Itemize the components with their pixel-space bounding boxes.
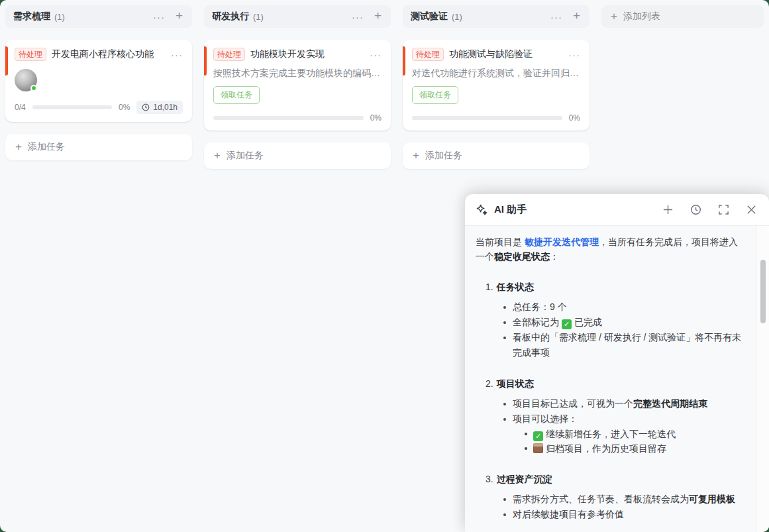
subtask-count: 0/4	[15, 103, 26, 112]
ai-sparkle-icon	[476, 203, 488, 216]
section-heading: 过程资产沉淀	[497, 472, 552, 486]
package-emoji	[533, 443, 543, 453]
bullet-item: 全部标记为✓已完成	[503, 315, 743, 330]
bullet-item: 需求拆分方式、任务节奏、看板流转会成为可复用模板	[503, 492, 743, 507]
column-count: (1)	[452, 12, 462, 22]
column-header: 测试验证 (1) ··· +	[403, 5, 590, 28]
plus-icon: +	[15, 140, 22, 154]
plus-icon: +	[611, 10, 617, 23]
scrollbar-thumb[interactable]	[760, 260, 766, 323]
history-icon[interactable]	[690, 204, 701, 215]
column-count: (1)	[253, 12, 264, 22]
section-task-status: 1. 任务状态 总任务：9 个 全部标记为✓已完成 看板中的「需求梳理 / 研发…	[476, 280, 743, 360]
progress-percent: 0%	[370, 113, 382, 123]
column-testing: 测试验证 (1) ··· + 待处理 功能测试与缺陷验证 ··· 对迭代功能进行…	[403, 5, 590, 169]
task-card[interactable]: 待处理 功能模块开发实现 ··· 按照技术方案完成主要功能模块的编码… 领取任务…	[204, 40, 391, 131]
column-title: 测试验证	[411, 11, 448, 23]
card-description: 按照技术方案完成主要功能模块的编码…	[213, 68, 382, 80]
close-icon[interactable]	[746, 204, 757, 215]
plus-icon: +	[413, 149, 419, 162]
card-accent-bar	[204, 46, 207, 76]
add-task-button[interactable]: + 添加任务	[5, 134, 192, 160]
bullet-item: 项目可以选择： ✓继续新增任务，进入下一轮迭代 归档项目，作为历史项目留存	[503, 411, 743, 456]
progress-percent: 0%	[569, 113, 580, 123]
add-list-label: 添加列表	[623, 11, 660, 23]
assignee-row	[15, 69, 183, 91]
section-number: 1.	[486, 280, 493, 294]
card-more-icon[interactable]: ···	[563, 49, 580, 60]
card-more-icon[interactable]: ···	[364, 49, 382, 60]
status-badge: 待处理	[213, 48, 245, 61]
section-number: 3.	[486, 472, 493, 486]
card-title: 功能模块开发实现	[250, 48, 364, 60]
add-task-button[interactable]: + 添加任务	[204, 142, 391, 169]
new-chat-icon[interactable]	[662, 204, 674, 215]
add-task-label: 添加任务	[425, 150, 462, 162]
section-number: 2.	[486, 376, 493, 391]
card-accent-bar	[403, 46, 405, 76]
card-title: 开发电商小程序核心功能	[52, 48, 166, 60]
ai-assistant-panel: AI 助手 当前项目是 敏捷开发迭代管理，当所有任务完成后，项目将进入一个稳定收…	[465, 194, 769, 532]
clock-icon	[142, 103, 150, 111]
column-title: 研发执行	[212, 11, 249, 23]
column-requirements: 需求梳理 (1) ··· + 待处理 开发电商小程序核心功能 ··· 0/4 0…	[5, 5, 192, 160]
column-more-icon[interactable]: ···	[546, 11, 566, 23]
duration-pill: 1d,01h	[136, 101, 183, 114]
intro-bold: 稳定收尾状态	[494, 251, 550, 262]
column-more-icon[interactable]: ···	[149, 11, 169, 23]
card-accent-bar	[5, 46, 8, 76]
add-task-label: 添加任务	[227, 150, 264, 162]
card-more-icon[interactable]: ···	[166, 49, 183, 60]
intro-text: 当前项目是	[476, 237, 525, 247]
status-badge: 待处理	[412, 48, 444, 61]
check-emoji: ✓	[533, 431, 543, 441]
add-task-label: 添加任务	[28, 141, 65, 153]
section-project-status: 2. 项目状态 项目目标已达成，可视为一个完整迭代周期结束 项目可以选择： ✓继…	[476, 376, 743, 456]
add-list-button[interactable]: + 添加列表	[601, 5, 764, 28]
add-task-button[interactable]: + 添加任务	[403, 142, 590, 169]
bullet-item: 对后续敏捷项目有参考价值	[503, 507, 743, 522]
status-badge: 待处理	[15, 48, 46, 61]
column-header: 研发执行 (1) ··· +	[204, 5, 391, 28]
sub-bullet-item: ✓继续新增任务，进入下一轮迭代	[525, 427, 743, 441]
task-card[interactable]: 待处理 开发电商小程序核心功能 ··· 0/4 0% 1d,01h	[5, 40, 192, 122]
progress-bar	[32, 105, 112, 109]
scrollbar-track[interactable]	[756, 226, 769, 532]
column-add-icon[interactable]: +	[566, 9, 582, 25]
online-status-dot	[30, 85, 37, 91]
progress-percent: 0%	[119, 103, 130, 112]
column-header: 需求梳理 (1) ··· +	[5, 5, 192, 28]
column-title: 需求梳理	[13, 11, 50, 23]
column-add-icon[interactable]: +	[169, 9, 184, 25]
ai-intro-paragraph: 当前项目是 敏捷开发迭代管理，当所有任务完成后，项目将进入一个稳定收尾状态：	[476, 235, 743, 264]
duration-label: 1d,01h	[153, 103, 178, 112]
card-title: 功能测试与缺陷验证	[449, 48, 563, 60]
card-description: 对迭代功能进行系统测试，验证并回归…	[412, 68, 580, 80]
claim-task-button[interactable]: 领取任务	[213, 86, 260, 104]
progress-bar	[213, 116, 364, 120]
task-card[interactable]: 待处理 功能测试与缺陷验证 ··· 对迭代功能进行系统测试，验证并回归… 领取任…	[403, 40, 590, 131]
column-development: 研发执行 (1) ··· + 待处理 功能模块开发实现 ··· 按照技术方案完成…	[204, 5, 391, 169]
kanban-app: 需求梳理 (1) ··· + 待处理 开发电商小程序核心功能 ··· 0/4 0…	[0, 0, 769, 532]
section-heading: 项目状态	[497, 376, 534, 391]
bullet-item: 总任务：9 个	[503, 299, 743, 315]
project-link[interactable]: 敏捷开发迭代管理	[525, 237, 599, 247]
section-heading: 任务状态	[497, 280, 534, 294]
intro-text: ：	[550, 251, 559, 262]
bullet-item: 项目目标已达成，可视为一个完整迭代周期结束	[503, 396, 743, 411]
expand-icon[interactable]	[718, 204, 729, 215]
plus-icon: +	[214, 149, 221, 162]
column-add-icon[interactable]: +	[368, 9, 383, 25]
progress-bar	[412, 116, 562, 120]
column-count: (1)	[54, 12, 65, 22]
bullet-item: 看板中的「需求梳理 / 研发执行 / 测试验证」将不再有未完成事项	[503, 330, 743, 360]
ai-message-body: 当前项目是 敏捷开发迭代管理，当所有任务完成后，项目将进入一个稳定收尾状态： 1…	[465, 226, 756, 532]
column-more-icon[interactable]: ···	[348, 11, 368, 23]
check-emoji: ✓	[562, 319, 572, 329]
claim-task-button[interactable]: 领取任务	[412, 86, 458, 104]
sub-bullet-item: 归档项目，作为历史项目留存	[525, 441, 743, 456]
ai-panel-header: AI 助手	[465, 194, 769, 226]
ai-panel-title: AI 助手	[494, 203, 527, 216]
section-process-assets: 3. 过程资产沉淀 需求拆分方式、任务节奏、看板流转会成为可复用模板 对后续敏捷…	[476, 472, 743, 522]
